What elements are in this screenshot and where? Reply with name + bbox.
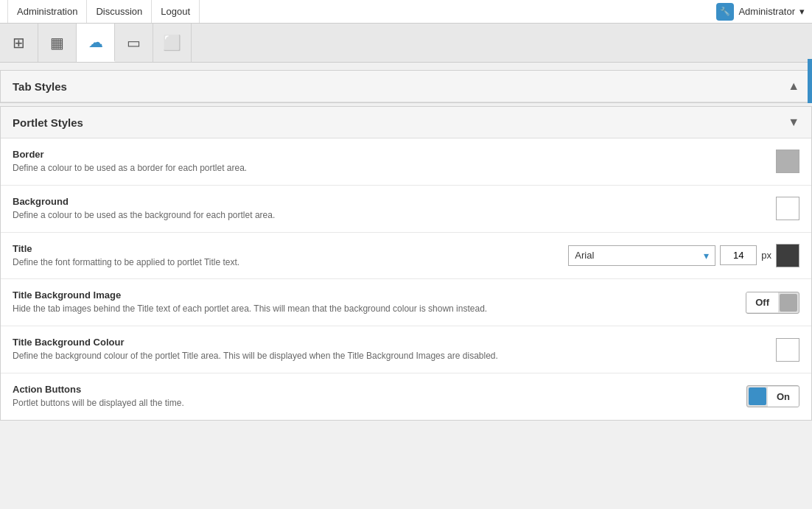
action-buttons-control: On [746, 385, 799, 407]
accent-bar [808, 59, 812, 103]
setting-info-title-bg-image: Title Background Image Hide the tab imag… [13, 289, 746, 315]
title-bg-colour-control [776, 338, 799, 362]
tab-styles-title: Tab Styles [13, 80, 67, 93]
title-control: Arial ▾ px [568, 244, 799, 267]
action-buttons-toggle[interactable]: On [746, 385, 799, 407]
setting-row-background: Background Define a colour to be used as… [1, 186, 811, 233]
main-content: Tab Styles ▲ Portlet Styles ▼ Border Def… [0, 63, 812, 431]
border-color-swatch[interactable] [776, 150, 799, 173]
setting-row-action-buttons: Action Buttons Portlet buttons will be d… [1, 373, 811, 420]
admin-icon: 🔧 [716, 3, 734, 21]
portlet-styles-body: Border Define a colour to be used as a b… [1, 138, 811, 420]
title-color-swatch[interactable] [776, 244, 799, 267]
border-control [776, 150, 799, 173]
action-buttons-desc: Portlet buttons will be displayed all th… [13, 397, 746, 410]
tab-styles-section: Tab Styles ▲ [0, 70, 812, 103]
toggle-on-thumb [749, 387, 766, 405]
title-bg-image-desc: Hide the tab images behind the Title tex… [13, 303, 746, 315]
title-bg-image-label: Title Background Image [13, 289, 746, 301]
font-size-unit: px [761, 250, 771, 261]
admin-label: Administrator [738, 6, 795, 17]
grid-icon: ⊞ [13, 34, 25, 52]
portlet-styles-toggle[interactable]: ▼ [788, 116, 799, 129]
admin-area: 🔧 Administrator ▾ [716, 3, 805, 21]
font-size-input[interactable] [720, 245, 757, 265]
background-color-swatch[interactable] [776, 197, 799, 220]
setting-info-action-buttons: Action Buttons Portlet buttons will be d… [13, 384, 746, 410]
window-icon: ⬜ [163, 34, 181, 52]
setting-row-title-bg-colour: Title Background Colour Define the backg… [1, 326, 811, 373]
setting-info-title: Title Define the font formatting to be a… [13, 243, 568, 269]
action-buttons-label: Action Buttons [13, 384, 746, 395]
setting-row-title-bg-image: Title Background Image Hide the tab imag… [1, 279, 811, 326]
font-select[interactable]: Arial ▾ [568, 245, 715, 266]
chart-icon: ▦ [50, 34, 64, 52]
icon-nav-cloud[interactable]: ☁ [77, 24, 115, 62]
title-bg-colour-desc: Define the background colour of the port… [13, 350, 776, 362]
title-bg-image-toggle[interactable]: Off [746, 292, 799, 314]
icon-nav-grid[interactable]: ⊞ [0, 24, 38, 62]
setting-info-title-bg-colour: Title Background Colour Define the backg… [13, 337, 776, 362]
title-bg-colour-label: Title Background Colour [13, 337, 776, 348]
admin-dropdown-arrow[interactable]: ▾ [799, 6, 805, 17]
toggle-on-label[interactable]: On [768, 387, 799, 407]
portlet-styles-section: Portlet Styles ▼ Border Define a colour … [0, 106, 812, 421]
title-label: Title [13, 243, 568, 254]
nav-item-discussion[interactable]: Discussion [87, 0, 152, 23]
font-select-value: Arial [575, 250, 594, 261]
background-control [776, 197, 799, 220]
font-select-arrow: ▾ [704, 250, 709, 261]
setting-row-title: Title Define the font formatting to be a… [1, 233, 811, 280]
background-desc: Define a colour to be used as the backgr… [13, 209, 776, 222]
border-label: Border [13, 149, 776, 160]
icon-nav-window[interactable]: ⬜ [153, 24, 192, 62]
title-desc: Define the font formatting to be applied… [13, 256, 568, 269]
title-bg-image-control: Off [746, 292, 799, 314]
toggle-off-label[interactable]: Off [746, 292, 778, 312]
monitor-icon: ▭ [127, 34, 141, 52]
cloud-icon: ☁ [88, 33, 103, 51]
icon-nav: ⊞ ▦ ☁ ▭ ⬜ [0, 24, 812, 63]
tab-styles-toggle[interactable]: ▲ [788, 80, 799, 93]
setting-info-background: Background Define a colour to be used as… [13, 196, 776, 222]
portlet-styles-title: Portlet Styles [13, 116, 83, 129]
tab-styles-header[interactable]: Tab Styles ▲ [1, 71, 811, 102]
title-bg-colour-swatch[interactable] [776, 338, 799, 362]
top-nav: Administration Discussion Logout 🔧 Admin… [0, 0, 812, 24]
portlet-styles-header[interactable]: Portlet Styles ▼ [1, 107, 811, 138]
icon-nav-monitor[interactable]: ▭ [115, 24, 153, 62]
setting-row-border: Border Define a colour to be used as a b… [1, 138, 811, 186]
nav-item-administration[interactable]: Administration [7, 0, 87, 23]
border-desc: Define a colour to be used as a border f… [13, 162, 776, 175]
toggle-thumb [780, 294, 797, 312]
background-label: Background [13, 196, 776, 207]
icon-nav-chart[interactable]: ▦ [38, 24, 77, 62]
nav-item-logout[interactable]: Logout [152, 0, 200, 23]
setting-info-border: Border Define a colour to be used as a b… [13, 149, 776, 175]
